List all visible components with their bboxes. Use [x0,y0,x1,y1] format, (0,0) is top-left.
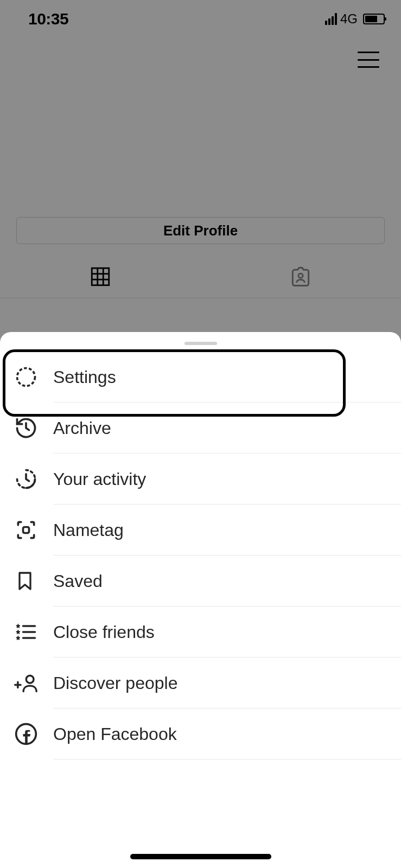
menu-item-settings[interactable]: Settings [0,352,401,403]
menu-item-discover-people[interactable]: Discover people [0,658,401,709]
menu-item-archive[interactable]: Archive [0,403,401,454]
menu-label: Close friends [53,622,155,642]
saved-icon [14,569,36,593]
menu-label: Open Facebook [53,724,177,744]
nametag-icon [14,518,38,542]
menu-item-your-activity[interactable]: Your activity [0,454,401,505]
facebook-icon [14,722,38,746]
menu-label: Discover people [53,673,177,693]
archive-icon [14,416,38,440]
svg-rect-8 [23,527,29,533]
menu-item-open-facebook[interactable]: Open Facebook [0,709,401,760]
discover-people-icon [14,671,40,695]
menu-item-saved[interactable]: Saved [0,556,401,607]
menu-item-nametag[interactable]: Nametag [0,505,401,556]
svg-point-12 [26,675,34,683]
menu-label: Archive [53,418,111,438]
activity-icon [14,467,38,491]
menu-item-close-friends[interactable]: Close friends [0,607,401,658]
home-indicator[interactable] [130,854,271,859]
menu-label: Saved [53,571,103,591]
close-friends-icon [14,620,38,644]
settings-icon [14,365,38,389]
menu-label: Your activity [53,469,146,489]
sheet-drag-handle[interactable] [184,342,217,345]
svg-point-6 [17,368,35,386]
menu-label: Settings [53,367,116,387]
svg-point-7 [18,369,34,385]
menu-label: Nametag [53,520,124,540]
bottom-sheet: Settings Archive Your activity [0,332,401,868]
